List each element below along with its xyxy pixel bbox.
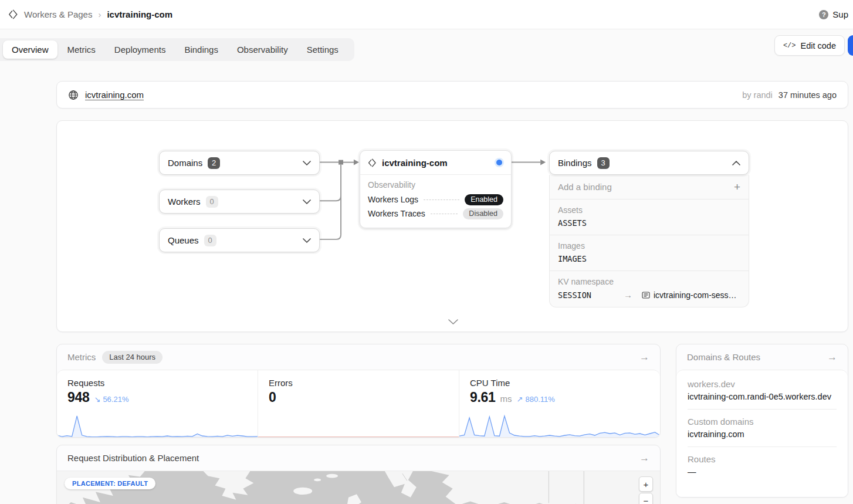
arrow-right-icon[interactable]: → bbox=[827, 351, 837, 363]
breadcrumb: Workers & Pages › icvtraining-com bbox=[8, 9, 172, 19]
domains-count-badge: 2 bbox=[208, 157, 220, 169]
tab-group: Overview Metrics Deployments Bindings Ob… bbox=[0, 38, 354, 61]
zoom-in-button[interactable]: + bbox=[639, 476, 653, 492]
breadcrumb-section[interactable]: Workers & Pages bbox=[24, 9, 92, 19]
plus-icon: + bbox=[734, 181, 740, 192]
deploy-meta: by randi 37 minutes ago bbox=[742, 90, 837, 100]
workers-dev-value: icvtraining-com.randi-0e5.workers.dev bbox=[688, 392, 837, 401]
globe-icon bbox=[68, 90, 79, 100]
distribution-title: Request Distribution & Placement bbox=[67, 453, 199, 463]
chevron-down-icon bbox=[303, 238, 311, 243]
code-icon: </> bbox=[783, 42, 796, 50]
add-binding-label: Add a binding bbox=[558, 182, 612, 192]
support-link[interactable]: Sup bbox=[832, 9, 848, 19]
divider bbox=[688, 447, 837, 447]
workers-dev-section: workers.dev icvtraining-com.randi-0e5.wo… bbox=[688, 379, 837, 401]
help-icon[interactable]: ? bbox=[819, 10, 828, 19]
workers-dev-label: workers.dev bbox=[688, 379, 837, 389]
domains-routes-body: workers.dev icvtraining-com.randi-0e5.wo… bbox=[676, 370, 848, 498]
workers-logs-label: Workers Logs bbox=[368, 195, 418, 204]
worker-node-body: Observability Workers Logs Enabled Worke… bbox=[360, 175, 511, 228]
tab-deployments[interactable]: Deployments bbox=[106, 40, 175, 59]
deploy-time: 37 minutes ago bbox=[778, 90, 837, 100]
primary-action-button-clipped[interactable] bbox=[848, 35, 853, 56]
custom-domains-section: Custom domains icvtraining.com bbox=[688, 417, 837, 439]
status-dot bbox=[496, 160, 502, 165]
binding-name: IMAGES bbox=[558, 254, 740, 263]
errors-label: Errors bbox=[269, 378, 448, 388]
domain-link[interactable]: icvtraining.com bbox=[85, 90, 144, 100]
binding-type: KV namespace bbox=[558, 277, 740, 286]
routes-section: Routes — bbox=[688, 454, 837, 476]
expand-flow-button[interactable] bbox=[448, 319, 458, 324]
topbar: Workers & Pages › icvtraining-com ? Sup bbox=[0, 0, 853, 29]
routes-value: — bbox=[688, 467, 837, 476]
domains-dropdown[interactable]: Domains 2 bbox=[159, 151, 320, 175]
arrow-right-icon[interactable]: → bbox=[639, 351, 649, 363]
map-zoom-controls: + − bbox=[639, 476, 653, 504]
workers-pages-icon bbox=[8, 9, 18, 19]
workers-logs-row: Workers Logs Enabled bbox=[368, 192, 503, 207]
tab-overview[interactable]: Overview bbox=[3, 40, 57, 59]
add-binding-button[interactable]: Add a binding + bbox=[550, 175, 749, 199]
breadcrumb-separator-icon: › bbox=[98, 9, 101, 19]
requests-delta: ↘ 56.21% bbox=[94, 395, 128, 404]
topbar-actions: ? Sup bbox=[819, 9, 848, 19]
tab-bar: Overview Metrics Deployments Bindings Ob… bbox=[0, 34, 853, 65]
custom-domains-label: Custom domains bbox=[688, 417, 837, 427]
binding-type: Assets bbox=[558, 205, 740, 215]
queues-count-badge: 0 bbox=[204, 235, 216, 246]
domains-routes-title: Domains & Routes bbox=[687, 352, 760, 362]
bindings-dropdown[interactable]: Bindings 3 bbox=[549, 151, 749, 175]
world-map-container[interactable]: PLACEMENT: DEFAULT + − bbox=[57, 471, 660, 504]
chevron-down-icon bbox=[303, 161, 311, 165]
kv-namespace-link[interactable]: icvtraining-com-sess… bbox=[642, 290, 737, 300]
trend-down-icon: ↘ bbox=[94, 395, 100, 404]
worker-name: icvtraining-com bbox=[382, 158, 448, 168]
cpu-unit: ms bbox=[500, 394, 512, 404]
binding-type: Images bbox=[558, 241, 740, 251]
kv-target-name: icvtraining-com-sess… bbox=[654, 290, 737, 300]
bindings-count-badge: 3 bbox=[597, 157, 610, 169]
distribution-header[interactable]: Request Distribution & Placement → bbox=[57, 445, 660, 471]
chevron-up-icon bbox=[732, 161, 740, 165]
binding-row-images: Images IMAGES bbox=[550, 235, 749, 271]
arrow-right-icon[interactable]: → bbox=[639, 452, 649, 464]
metrics-header[interactable]: Metrics Last 24 hours → bbox=[57, 344, 660, 370]
observability-label: Observability bbox=[368, 180, 503, 190]
document-icon bbox=[642, 292, 650, 299]
workers-dropdown[interactable]: Workers 0 bbox=[159, 190, 320, 214]
worker-flow-card: Domains 2 Workers 0 Queues 0 bbox=[56, 120, 848, 332]
queues-dropdown-label: Queues bbox=[168, 235, 199, 245]
dash-leader bbox=[424, 199, 459, 200]
cpu-delta: ↗ 880.11% bbox=[517, 395, 555, 404]
bindings-list: Add a binding + Assets ASSETS Images IMA… bbox=[549, 175, 749, 307]
workers-dropdown-label: Workers bbox=[168, 197, 201, 207]
chevron-down-icon bbox=[303, 199, 311, 204]
deploy-author: by randi bbox=[742, 90, 773, 100]
cpu-value: 9.61 bbox=[470, 390, 496, 405]
domains-routes-header[interactable]: Domains & Routes → bbox=[676, 344, 848, 370]
zoom-out-button[interactable]: − bbox=[639, 493, 653, 504]
tab-actions: </> Edit code bbox=[774, 35, 853, 56]
tab-bindings[interactable]: Bindings bbox=[175, 40, 227, 59]
workers-traces-label: Workers Traces bbox=[368, 209, 425, 218]
edit-code-button[interactable]: </> Edit code bbox=[774, 35, 845, 56]
tab-observability[interactable]: Observability bbox=[228, 40, 297, 59]
queues-dropdown[interactable]: Queues 0 bbox=[159, 228, 320, 252]
worker-node-header: icvtraining-com bbox=[360, 151, 511, 175]
workers-traces-row: Workers Traces Disabled bbox=[368, 207, 503, 221]
workers-traces-status-badge: Disabled bbox=[463, 208, 503, 219]
breadcrumb-current: icvtraining-com bbox=[107, 9, 172, 19]
requests-sparkline bbox=[57, 414, 258, 438]
errors-metric: Errors 0 bbox=[258, 370, 459, 438]
tab-metrics[interactable]: Metrics bbox=[59, 40, 104, 59]
tab-settings[interactable]: Settings bbox=[298, 40, 347, 59]
workers-count-badge: 0 bbox=[206, 196, 218, 208]
worker-node[interactable]: icvtraining-com Observability Workers Lo… bbox=[360, 150, 512, 228]
metrics-body: Requests 948 ↘ 56.21% Errors 0 CPU T bbox=[57, 370, 660, 438]
binding-name: SESSION bbox=[558, 290, 624, 300]
cpu-sparkline bbox=[459, 414, 660, 438]
binding-row-assets: Assets ASSETS bbox=[550, 199, 749, 235]
placement-badge: PLACEMENT: DEFAULT bbox=[65, 478, 155, 489]
